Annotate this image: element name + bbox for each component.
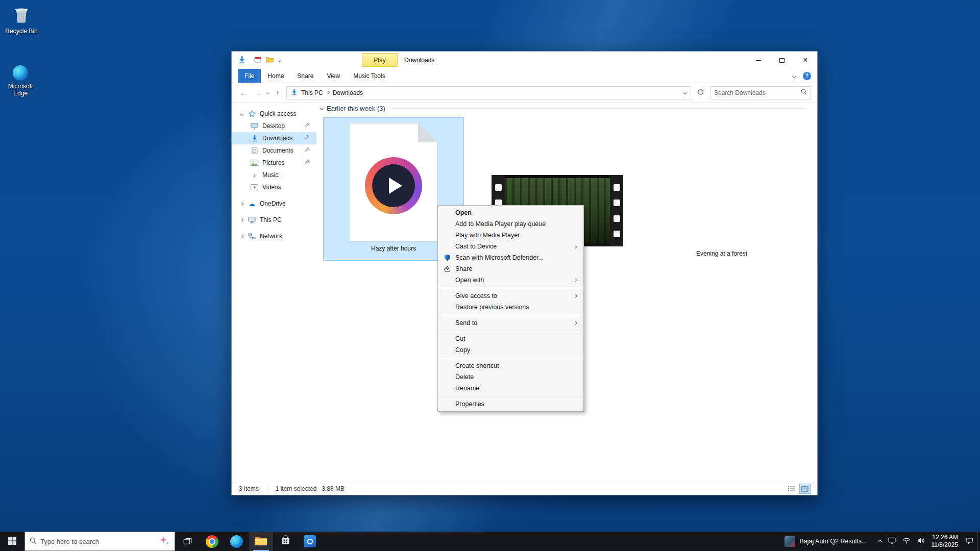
qat-properties-icon[interactable]: [254, 56, 261, 65]
menu-item-play-with-media-player[interactable]: Play with Media Player: [438, 230, 583, 241]
breadcrumb-separator-chevron[interactable]: [326, 91, 330, 94]
menu-item-create-shortcut[interactable]: Create shortcut: [438, 360, 583, 371]
desktop-icon-microsoft-edge[interactable]: Microsoft Edge: [1, 65, 40, 97]
menu-item-scan-with-defender[interactable]: Scan with Microsoft Defender...: [438, 252, 583, 263]
task-view-button[interactable]: [175, 532, 200, 551]
expander-chevron[interactable]: [239, 202, 243, 205]
up-button[interactable]: ↑: [272, 89, 283, 97]
taskbar-app-chrome[interactable]: [200, 532, 224, 551]
quick-access-toolbar: [254, 56, 281, 65]
details-view-button[interactable]: [787, 484, 797, 493]
menu-item-delete[interactable]: Delete: [438, 371, 583, 383]
sidebar-item-desktop[interactable]: Desktop: [232, 120, 316, 132]
copilot-sparkle-icon[interactable]: [159, 535, 170, 548]
page-fold: [418, 123, 437, 142]
menu-item-cut[interactable]: Cut: [438, 333, 583, 344]
menu-item-cast-to-device[interactable]: Cast to Device: [438, 241, 583, 252]
breadcrumb-downloads[interactable]: Downloads: [333, 89, 363, 96]
qat-new-folder-icon[interactable]: [266, 57, 274, 64]
breadcrumb-this-pc[interactable]: This PC: [301, 89, 323, 96]
desktop-folder-icon: [250, 122, 259, 130]
contextual-tab-chip[interactable]: Play: [362, 53, 398, 67]
forest-photo-thumbnail: [679, 119, 765, 246]
taskbar-clock[interactable]: 12:26 AM 11/8/2025: [932, 534, 960, 549]
sidebar-item-videos[interactable]: Videos: [232, 181, 316, 193]
recent-locations-chevron[interactable]: [266, 91, 270, 94]
network-wifi-icon[interactable]: [902, 537, 911, 545]
sidebar-item-music[interactable]: ♪ Music: [232, 169, 316, 181]
qat-customize-chevron[interactable]: [278, 58, 281, 62]
sidebar-item-network[interactable]: Network: [232, 230, 316, 242]
sidebar-item-label: Quick access: [260, 110, 296, 117]
back-button[interactable]: ←: [238, 89, 249, 97]
group-header[interactable]: Earlier this week (3): [321, 105, 807, 112]
network-icon: [248, 233, 256, 240]
sidebar-item-downloads[interactable]: Downloads: [232, 132, 316, 144]
quick-access-icon: [248, 110, 256, 117]
sidebar-item-pictures[interactable]: Pictures: [232, 157, 316, 169]
submenu-arrow-icon: [574, 244, 577, 248]
menu-item-give-access-to[interactable]: Give access to: [438, 290, 583, 302]
taskbar-app-file-explorer[interactable]: [249, 532, 273, 551]
tab-view[interactable]: View: [320, 69, 347, 83]
sidebar-item-onedrive[interactable]: ☁ OneDrive: [232, 197, 316, 210]
play-triangle-icon: [389, 178, 402, 194]
tab-file[interactable]: File: [238, 69, 261, 83]
start-button[interactable]: [0, 532, 24, 551]
file-tile-image[interactable]: Evening at a forest: [679, 119, 765, 257]
search-icon[interactable]: [801, 89, 807, 96]
tab-home[interactable]: Home: [261, 69, 290, 83]
thumbnail-view-button[interactable]: [800, 484, 810, 493]
sidebar-item-this-pc[interactable]: This PC: [232, 214, 316, 226]
taskbar-app-store[interactable]: [273, 532, 298, 551]
taskbar-search-input[interactable]: [40, 538, 155, 545]
menu-item-open[interactable]: Open: [438, 207, 583, 218]
taskbar-app-edge[interactable]: [224, 532, 249, 551]
show-desktop-button[interactable]: [977, 532, 980, 551]
close-button[interactable]: ×: [794, 52, 817, 69]
breadcrumb[interactable]: This PC Downloads: [286, 86, 691, 99]
tray-display-icon[interactable]: [888, 537, 896, 545]
menu-item-add-to-queue[interactable]: Add to Media Player play queue: [438, 218, 583, 230]
menu-item-rename[interactable]: Rename: [438, 383, 583, 394]
volume-icon[interactable]: [917, 537, 925, 545]
menu-item-restore-previous-versions[interactable]: Restore previous versions: [438, 302, 583, 313]
menu-item-properties[interactable]: Properties: [438, 398, 583, 410]
sidebar-item-documents[interactable]: Documents: [232, 144, 316, 157]
context-menu: Open Add to Media Player play queue Play…: [437, 205, 584, 412]
action-center-icon[interactable]: [966, 537, 973, 546]
desktop-icon-recycle-bin[interactable]: Recycle Bin: [2, 6, 41, 35]
refresh-button[interactable]: [697, 89, 704, 97]
help-icon[interactable]: ?: [803, 72, 811, 80]
window-title: Downloads: [404, 57, 434, 64]
maximize-button[interactable]: [770, 52, 794, 69]
forward-button[interactable]: →: [252, 89, 263, 97]
menu-item-open-with[interactable]: Open with: [438, 274, 583, 286]
expander-chevron[interactable]: [239, 234, 243, 238]
hidden-icons-chevron[interactable]: [878, 539, 881, 543]
menu-separator: [438, 315, 583, 315]
taskbar-app-photos[interactable]: [298, 532, 322, 551]
sidebar-item-quick-access[interactable]: Quick access: [232, 108, 316, 120]
tab-share[interactable]: Share: [290, 69, 320, 83]
pictures-icon: [250, 160, 259, 166]
menu-item-copy[interactable]: Copy: [438, 344, 583, 356]
address-dropdown-chevron[interactable]: [683, 91, 687, 94]
photos-icon: [304, 535, 316, 547]
taskbar-search[interactable]: [24, 532, 175, 551]
explorer-search-input[interactable]: [714, 89, 798, 96]
news-widget[interactable]: Bajaj Auto Q2 Results...: [779, 532, 872, 551]
tab-music-tools[interactable]: Music Tools: [347, 69, 391, 83]
menu-item-send-to[interactable]: Send to: [438, 317, 583, 329]
menu-item-share[interactable]: Share: [438, 263, 583, 274]
expander-chevron[interactable]: [239, 218, 243, 221]
pin-icon: [304, 135, 310, 142]
expander-chevron[interactable]: [239, 112, 243, 115]
explorer-search-box[interactable]: [710, 86, 811, 99]
expand-ribbon-chevron[interactable]: [792, 73, 796, 78]
submenu-arrow-icon: [574, 321, 577, 324]
clock-date: 11/8/2025: [932, 541, 959, 549]
minimize-button[interactable]: [747, 52, 770, 69]
group-collapse-chevron[interactable]: [320, 107, 324, 110]
selection-count: 1 item selected: [276, 485, 317, 492]
